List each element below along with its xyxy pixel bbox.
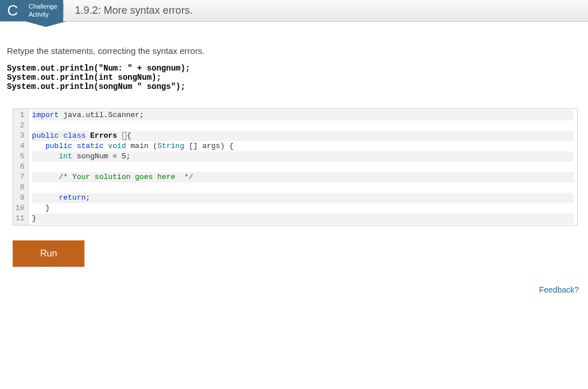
feedback-row: Feedback?: [0, 274, 588, 299]
badge-line2: Activity: [29, 11, 57, 18]
challenge-badge-label: Challenge Activity: [25, 0, 63, 21]
badge-line1: Challenge: [29, 3, 57, 10]
instructions-text: Retype the statements, correcting the sy…: [7, 46, 581, 56]
code-editor[interactable]: 1 2 3 4 5 6 7 8 9 10 11 import java.util…: [13, 108, 578, 225]
problem-code-block: System.out.println("Num: " + songnum); S…: [7, 64, 581, 91]
feedback-link[interactable]: Feedback?: [539, 285, 579, 294]
content-area: Retype the statements, correcting the sy…: [0, 22, 588, 274]
run-row: Run: [13, 240, 581, 267]
challenge-badge-icon: C: [0, 0, 25, 21]
run-button[interactable]: Run: [13, 240, 84, 267]
line-gutter: 1 2 3 4 5 6 7 8 9 10 11: [13, 109, 29, 225]
code-text-area[interactable]: import java.util.Scanner; public class E…: [29, 109, 577, 225]
activity-title: 1.9.2: More syntax errors.: [64, 0, 193, 21]
header-bar: C Challenge Activity 1.9.2: More syntax …: [0, 0, 588, 22]
